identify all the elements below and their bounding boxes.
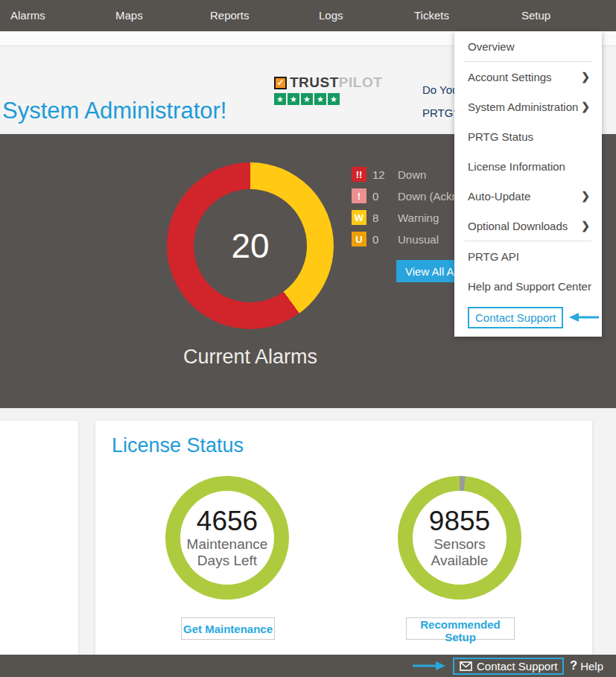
footer-contact-support-button[interactable]: Contact Support: [453, 658, 564, 675]
menu-item-prtg-api[interactable]: PRTG API: [454, 241, 602, 271]
footer-help-button[interactable]: ? Help: [570, 659, 603, 673]
maintenance-label2: Days Left: [197, 553, 257, 569]
nav-item-logs[interactable]: Logs: [319, 0, 343, 31]
left-partial-card: [0, 421, 78, 655]
menu-item-auto-update[interactable]: Auto-Update❯: [454, 181, 602, 211]
menu-item-license-information[interactable]: License Information: [454, 151, 602, 181]
chevron-right-icon: ❯: [581, 101, 590, 112]
setup-dropdown-menu: Overview Account Settings❯ System Admini…: [454, 31, 602, 337]
unusual-status-icon: U: [352, 232, 366, 247]
legend-label: Down: [398, 168, 426, 181]
nav-item-setup[interactable]: Setup: [521, 0, 550, 31]
down-status-icon: !!: [352, 167, 366, 182]
menu-item-help-and-support-center[interactable]: Help and Support Center: [454, 271, 602, 301]
license-status-title: License Status: [112, 434, 244, 457]
trustpilot-wordmark: TRUSTPILOT: [290, 74, 382, 91]
contact-support-menu-link[interactable]: Contact Support: [468, 307, 563, 328]
trustpilot-stars: ★ ★ ★ ★ ★: [274, 93, 382, 105]
down-ack-status-icon: !: [352, 188, 366, 203]
nav-item-alarms[interactable]: Alarms: [10, 0, 45, 31]
star-icon: ★: [314, 93, 326, 105]
help-icon: ?: [570, 659, 577, 673]
chevron-right-icon: ❯: [581, 220, 590, 232]
menu-item-prtg-status[interactable]: PRTG Status: [454, 121, 602, 151]
footer-bar: Contact Support ? Help: [0, 655, 616, 677]
menu-item-account-settings[interactable]: Account Settings❯: [454, 62, 602, 92]
prtg-dashboard: Alarms Maps Reports Logs Tickets Setup S…: [0, 0, 616, 677]
menu-item-overview[interactable]: Overview: [454, 31, 602, 61]
legend-count: 0: [372, 233, 398, 246]
page-title: System Administrator!: [2, 98, 226, 124]
legend-label: Warning: [398, 212, 439, 224]
trustpilot-check-icon: ✓: [274, 77, 287, 89]
sensors-label: Sensors: [434, 536, 486, 553]
chevron-right-icon: ❯: [581, 190, 590, 202]
get-maintenance-button[interactable]: Get Maintenance: [181, 617, 275, 640]
menu-item-optional-downloads[interactable]: Optional Downloads❯: [454, 211, 602, 241]
star-icon: ★: [301, 93, 313, 105]
sensors-donut-center: 9855 Sensors Available: [398, 476, 521, 600]
menu-item-system-administration[interactable]: System Administration❯: [454, 92, 602, 121]
sensors-label2: Available: [431, 553, 489, 569]
recommended-setup-button[interactable]: Recommended Setup: [406, 617, 515, 640]
current-alarms-caption: Current Alarms: [168, 346, 332, 369]
legend-label: Unusual: [398, 233, 439, 246]
star-icon: ★: [288, 93, 299, 105]
trustpilot-badge[interactable]: ✓ TRUSTPILOT ★ ★ ★ ★ ★: [274, 74, 382, 105]
left-arrow-icon: [568, 312, 599, 322]
right-arrow-icon: [413, 661, 447, 671]
menu-item-contact-support: Contact Support: [454, 301, 602, 334]
current-alarms-total: 20: [167, 162, 334, 329]
nav-item-maps[interactable]: Maps: [115, 0, 143, 31]
legend-count: 0: [372, 190, 398, 203]
legend-count: 12: [372, 168, 398, 181]
maintenance-days-value: 4656: [197, 506, 258, 536]
warning-status-icon: W: [352, 210, 366, 225]
nav-item-tickets[interactable]: Tickets: [414, 0, 449, 31]
chevron-right-icon: ❯: [581, 71, 590, 83]
legend-count: 8: [372, 212, 398, 224]
sensors-available-value: 9855: [429, 506, 490, 536]
maintenance-label: Maintenance: [187, 536, 268, 553]
star-icon: ★: [274, 93, 286, 105]
envelope-icon: [460, 661, 472, 671]
star-icon: ★: [328, 93, 340, 105]
top-nav: Alarms Maps Reports Logs Tickets Setup: [0, 0, 616, 31]
nav-item-reports[interactable]: Reports: [210, 0, 250, 31]
maintenance-donut-center: 4656 Maintenance Days Left: [165, 476, 289, 600]
